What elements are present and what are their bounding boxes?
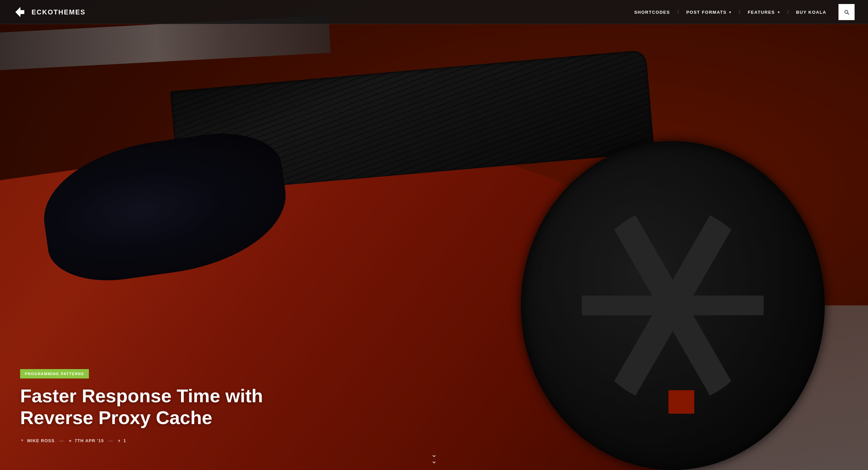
brand-name: ECKOTHEMES — [32, 8, 86, 16]
hero-section: PROGRAMMING PATTERNS Faster Response Tim… — [0, 0, 868, 470]
clock-icon: ● — [69, 438, 72, 443]
search-button[interactable] — [838, 4, 855, 20]
nav-separator-3: / — [786, 9, 789, 15]
meta-sep-1: — — [59, 438, 64, 443]
meta-comments: ♦ 1 — [118, 438, 126, 443]
nav-separator-1: / — [677, 9, 680, 15]
nav-link-buy-koala[interactable]: BUY KOALA — [789, 1, 833, 24]
nav-link-post-formats[interactable]: POST FORMATS ▾ — [680, 1, 738, 24]
brand-logo[interactable]: ECKOTHEMES — [13, 5, 86, 19]
nav-item-shortcodes: SHORTCODES — [627, 1, 677, 24]
author-icon: ⚬ — [20, 438, 25, 443]
meta-author: ⚬ MIKE ROSS — [20, 438, 55, 443]
dropdown-arrow-post-formats: ▾ — [729, 10, 732, 14]
nav-separator-2: / — [738, 9, 741, 15]
nav-item-post-formats: POST FORMATS ▾ — [680, 1, 738, 24]
post-date: 7TH APR '15 — [74, 438, 104, 443]
nav-item-buy-koala: BUY KOALA — [789, 1, 833, 24]
nav-item-features: FEATURES ▾ — [741, 1, 786, 24]
comment-count: 1 — [123, 438, 126, 443]
meta-date: ● 7TH APR '15 — [69, 438, 104, 443]
post-title: Faster Response Time with Reverse Proxy … — [20, 385, 322, 429]
dropdown-arrow-features: ▾ — [778, 10, 780, 14]
post-category-badge[interactable]: PROGRAMMING PATTERNS — [20, 369, 89, 378]
svg-marker-0 — [16, 7, 25, 17]
comment-icon: ♦ — [118, 438, 121, 443]
author-name: MIKE ROSS — [27, 438, 55, 443]
main-nav: SHORTCODES / POST FORMATS ▾ / FEATURES ▾… — [627, 1, 833, 24]
chevron-down-icon-2: ⌄ — [431, 458, 437, 463]
navbar-divider — [0, 24, 868, 24]
nav-link-shortcodes[interactable]: SHORTCODES — [627, 1, 677, 24]
navbar: ECKOTHEMES SHORTCODES / POST FORMATS ▾ /… — [0, 0, 868, 24]
search-icon — [843, 9, 849, 15]
post-meta: ⚬ MIKE ROSS — ● 7TH APR '15 — ♦ 1 — [20, 438, 848, 443]
scroll-indicator[interactable]: ⌄ ⌄ — [431, 451, 437, 463]
nav-link-features[interactable]: FEATURES ▾ — [741, 1, 786, 24]
hero-content: PROGRAMMING PATTERNS Faster Response Tim… — [0, 369, 868, 443]
meta-sep-2: — — [108, 438, 113, 443]
brand-icon — [13, 5, 28, 19]
